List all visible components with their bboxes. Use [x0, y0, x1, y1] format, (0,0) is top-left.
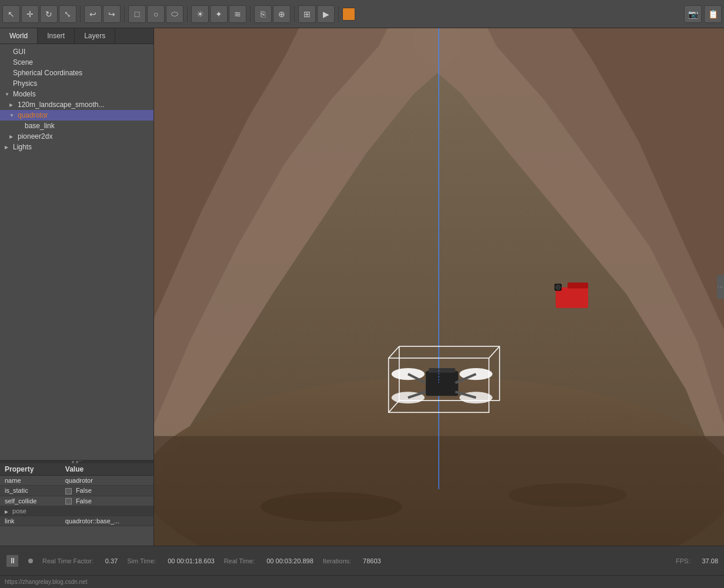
- sim-time-value: 00 00:01:18.603: [168, 557, 215, 564]
- tree-item-landscape[interactable]: ▶ 120m_landscape_smooth...: [0, 99, 154, 110]
- pose-expand-arrow: ▶: [5, 509, 8, 514]
- undo-button[interactable]: ↩: [84, 5, 102, 23]
- scale-tool-button[interactable]: ⤡: [59, 5, 76, 23]
- prop-key-name: name: [0, 476, 61, 486]
- tree-label-spherical: Spherical Coordinates: [13, 69, 82, 77]
- prop-row-link[interactable]: link quadrotor::base_...: [0, 516, 154, 526]
- iterations-label: Iterations:: [323, 557, 351, 564]
- select-tool-button[interactable]: ↖: [2, 5, 20, 23]
- property-panel: Property Value name quadrotor is_static …: [0, 463, 154, 546]
- svg-point-28: [555, 284, 561, 290]
- rtf-label: Real Time Factor:: [42, 557, 94, 564]
- scene-background: [154, 28, 724, 546]
- tab-insert[interactable]: Insert: [38, 28, 75, 44]
- rotate-tool-button[interactable]: ↻: [40, 5, 58, 23]
- tree-arrow-lights: ▶: [5, 145, 11, 150]
- tree-item-gui[interactable]: GUI: [0, 46, 154, 57]
- world-tree: GUI Scene Spherical Coordinates Physics …: [0, 44, 154, 460]
- sep3: [187, 6, 188, 22]
- self-collide-checkbox[interactable]: [65, 498, 72, 505]
- url-text: https://zhangrelay.blog.csdn.net: [5, 579, 87, 585]
- tree-label-landscape: 120m_landscape_smooth...: [18, 101, 104, 109]
- tab-world[interactable]: World: [0, 28, 38, 44]
- property-col-header: Property: [0, 463, 61, 476]
- tree-label-gui: GUI: [13, 48, 25, 56]
- tree-item-scene[interactable]: Scene: [0, 57, 154, 68]
- color-button[interactable]: [342, 8, 355, 21]
- tab-bar: World Insert Layers: [0, 28, 154, 44]
- scene-svg: [154, 28, 724, 546]
- main-area: World Insert Layers GUI Scene Spherical …: [0, 28, 724, 546]
- property-table: Property Value name quadrotor is_static …: [0, 463, 154, 526]
- tree-item-quadrotor[interactable]: ▼ quadrotor: [0, 110, 154, 121]
- translate-tool-button[interactable]: ✛: [21, 5, 39, 23]
- status-bar: ⏸ Real Time Factor: 0.37 Sim Time: 00 00…: [0, 546, 724, 575]
- sphere-button[interactable]: ○: [147, 5, 165, 23]
- prop-val-pose: [61, 506, 154, 516]
- prop-val-is-static: False: [61, 486, 154, 496]
- tree-item-physics[interactable]: Physics: [0, 78, 154, 89]
- box-button[interactable]: □: [128, 5, 146, 23]
- prop-key-pose: ▶ pose: [0, 506, 61, 516]
- play-button[interactable]: ▶: [317, 5, 335, 23]
- tab-layers[interactable]: Layers: [75, 28, 115, 44]
- log-button[interactable]: 📋: [704, 5, 722, 23]
- paste-button[interactable]: ⊕: [273, 5, 291, 23]
- tree-label-scene: Scene: [13, 58, 33, 66]
- tree-item-base-link[interactable]: base_link: [0, 121, 154, 131]
- spot-light-button[interactable]: ≋: [229, 5, 246, 23]
- tree-label-lights: Lights: [13, 143, 32, 151]
- sep4: [250, 6, 251, 22]
- prop-key-is-static: is_static: [0, 486, 61, 496]
- prop-key-link: link: [0, 516, 61, 526]
- iterations-value: 78603: [363, 557, 381, 564]
- prop-key-self-collide: self_collide: [0, 496, 61, 506]
- right-handle-icon: ⋮: [718, 284, 724, 290]
- sep5: [294, 6, 295, 22]
- tree-item-spherical-coords[interactable]: Spherical Coordinates: [0, 68, 154, 78]
- tree-label-base-link: base_link: [25, 122, 55, 130]
- svg-rect-25: [429, 368, 455, 373]
- prop-row-self-collide[interactable]: self_collide False: [0, 496, 154, 506]
- tree-arrow-pioneer: ▶: [9, 134, 15, 139]
- sep6: [338, 6, 339, 22]
- value-col-header: Value: [61, 463, 154, 476]
- copy-button[interactable]: ⎘: [254, 5, 272, 23]
- point-light-button[interactable]: ✦: [210, 5, 228, 23]
- record-button[interactable]: ⊞: [298, 5, 316, 23]
- prop-val-name: quadrotor: [61, 476, 154, 486]
- fps-value: 37.08: [702, 557, 718, 564]
- prop-row-pose[interactable]: ▶ pose: [0, 506, 154, 516]
- rtf-value: 0.37: [105, 557, 118, 564]
- url-bar: https://zhangrelay.blog.csdn.net: [0, 575, 724, 588]
- tree-arrow-quadrotor: ▼: [9, 113, 15, 118]
- left-panel: World Insert Layers GUI Scene Spherical …: [0, 28, 154, 546]
- svg-point-10: [508, 483, 626, 507]
- sep1: [80, 6, 81, 22]
- tree-label-pioneer: pioneer2dx: [18, 132, 52, 141]
- 3d-viewport[interactable]: ⋮: [154, 28, 724, 546]
- sun-button[interactable]: ☀: [191, 5, 209, 23]
- tree-item-models[interactable]: ▼ Models: [0, 89, 154, 99]
- pause-button[interactable]: ⏸: [6, 554, 19, 567]
- tree-arrow-models: ▼: [5, 92, 11, 97]
- tree-label-models: Models: [13, 90, 36, 98]
- is-static-checkbox[interactable]: [65, 488, 72, 495]
- redo-button[interactable]: ↪: [103, 5, 121, 23]
- sim-time-label: Sim Time:: [127, 557, 156, 564]
- tree-label-quadrotor: quadrotor: [18, 111, 48, 119]
- real-time-value: 00 00:03:20.898: [266, 557, 313, 564]
- svg-rect-29: [568, 282, 588, 288]
- viewport-right-handle[interactable]: ⋮: [717, 275, 724, 299]
- is-static-value: False: [76, 487, 92, 494]
- tree-item-lights[interactable]: ▶ Lights: [0, 142, 154, 152]
- tree-item-pioneer2dx[interactable]: ▶ pioneer2dx: [0, 131, 154, 142]
- status-indicator: [28, 559, 33, 563]
- tree-label-physics: Physics: [13, 79, 37, 88]
- cylinder-button[interactable]: ⬭: [166, 5, 183, 23]
- camera-button[interactable]: 📷: [684, 5, 702, 23]
- prop-row-name[interactable]: name quadrotor: [0, 476, 154, 486]
- pause-icon: ⏸: [9, 556, 16, 565]
- prop-row-is-static[interactable]: is_static False: [0, 486, 154, 496]
- svg-rect-24: [426, 371, 458, 396]
